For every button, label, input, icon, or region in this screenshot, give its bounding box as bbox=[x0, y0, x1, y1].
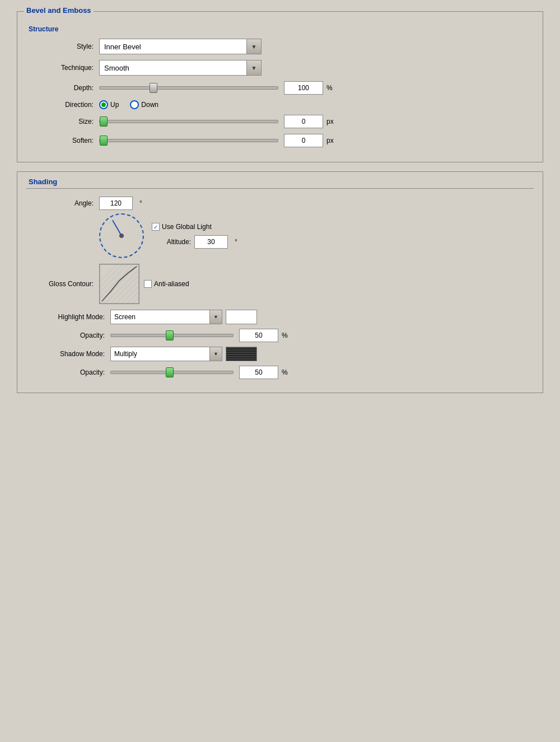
soften-label: Soften: bbox=[26, 137, 94, 144]
technique-dropdown[interactable]: Smooth bbox=[99, 60, 262, 76]
style-dropdown-value: Inner Bevel bbox=[100, 43, 246, 51]
anti-aliased-label: Anti-aliased bbox=[154, 280, 189, 288]
style-row: Style: Inner Bevel bbox=[26, 39, 534, 54]
angle-dial[interactable] bbox=[99, 213, 144, 258]
altitude-row: Altitude: 30 ° bbox=[152, 235, 237, 249]
highlight-mode-dropdown[interactable]: Screen bbox=[110, 310, 222, 324]
shadow-mode-label: Shadow Mode: bbox=[26, 350, 105, 358]
bevel-emboss-section: Bevel and Emboss Structure Style: Inner … bbox=[17, 11, 543, 162]
highlight-opacity-unit: % bbox=[282, 332, 288, 339]
structure-title: Structure bbox=[29, 25, 534, 33]
shadow-mode-dropdown[interactable]: Multiply bbox=[110, 347, 222, 361]
soften-unit: px bbox=[326, 137, 334, 144]
size-unit: px bbox=[326, 118, 334, 125]
direction-up-label: Up bbox=[110, 101, 119, 109]
soften-value-input[interactable]: 0 bbox=[284, 134, 323, 147]
depth-row: Depth: 100 % bbox=[26, 81, 534, 95]
angle-row: Angle: 120 ° bbox=[26, 197, 237, 210]
technique-row: Technique: Smooth bbox=[26, 60, 534, 76]
direction-down-label: Down bbox=[141, 101, 158, 109]
technique-dropdown-btn[interactable] bbox=[246, 60, 261, 75]
depth-label: Depth: bbox=[26, 84, 94, 92]
direction-up-radio-outer bbox=[99, 100, 108, 109]
highlight-mode-label: Highlight Mode: bbox=[26, 313, 105, 321]
direction-radio-group: Up Down bbox=[99, 100, 158, 109]
highlight-opacity-thumb[interactable] bbox=[166, 330, 174, 340]
depth-slider-container: 100 % bbox=[99, 81, 534, 95]
size-label: Size: bbox=[26, 118, 94, 125]
contour-svg bbox=[100, 264, 139, 304]
style-label: Style: bbox=[26, 43, 94, 50]
highlight-opacity-input[interactable]: 50 bbox=[239, 329, 278, 342]
altitude-label: Altitude: bbox=[152, 238, 191, 246]
style-dropdown-btn[interactable] bbox=[246, 39, 261, 54]
size-slider-thumb[interactable] bbox=[100, 116, 108, 127]
shadow-opacity-row: Opacity: 50 % bbox=[26, 366, 534, 379]
soften-slider-track[interactable] bbox=[99, 139, 278, 142]
depth-slider-thumb[interactable] bbox=[150, 83, 157, 93]
use-global-light-checkbox[interactable] bbox=[152, 223, 160, 231]
highlight-mode-row: Highlight Mode: Screen bbox=[26, 310, 534, 324]
shadow-mode-dropdown-btn[interactable] bbox=[209, 347, 222, 361]
angle-value-input[interactable]: 120 bbox=[99, 197, 133, 210]
technique-dropdown-value: Smooth bbox=[100, 64, 246, 72]
soften-row: Soften: 0 px bbox=[26, 134, 534, 147]
shadow-opacity-label: Opacity: bbox=[26, 368, 105, 376]
shadow-color-swatch[interactable] bbox=[226, 347, 257, 361]
anti-aliased-row[interactable]: Anti-aliased bbox=[144, 280, 189, 288]
highlight-mode-dropdown-btn[interactable] bbox=[209, 310, 222, 324]
direction-up-radio[interactable]: Up bbox=[99, 100, 119, 109]
altitude-unit: ° bbox=[235, 238, 237, 246]
dial-line bbox=[112, 220, 122, 236]
gloss-contour-thumb[interactable] bbox=[99, 264, 139, 304]
use-global-light-row[interactable]: Use Global Light bbox=[152, 223, 237, 231]
section-title: Bevel and Emboss bbox=[24, 6, 94, 15]
shadow-opacity-slider[interactable] bbox=[110, 371, 234, 374]
highlight-opacity-row: Opacity: 50 % bbox=[26, 329, 534, 342]
depth-slider-track[interactable] bbox=[99, 86, 278, 90]
highlight-color-swatch[interactable] bbox=[226, 310, 257, 324]
shading-section: Shading Angle: 120 ° bbox=[17, 171, 543, 393]
size-row: Size: 0 px bbox=[26, 115, 534, 128]
shadow-mode-row: Shadow Mode: Multiply bbox=[26, 347, 534, 361]
shadow-opacity-thumb[interactable] bbox=[166, 367, 174, 377]
soften-slider-thumb[interactable] bbox=[100, 136, 108, 146]
technique-label: Technique: bbox=[26, 64, 94, 72]
direction-down-radio-outer bbox=[130, 100, 139, 109]
size-value-input[interactable]: 0 bbox=[284, 115, 323, 128]
direction-row: Direction: Up Down bbox=[26, 100, 534, 109]
anti-aliased-checkbox[interactable] bbox=[144, 280, 152, 288]
depth-unit: % bbox=[326, 84, 333, 92]
direction-label: Direction: bbox=[26, 101, 94, 109]
highlight-opacity-slider[interactable] bbox=[110, 334, 234, 337]
shading-title: Shading bbox=[26, 178, 59, 186]
shadow-opacity-input[interactable]: 50 bbox=[239, 366, 278, 379]
main-panel: Bevel and Emboss Structure Style: Inner … bbox=[17, 11, 543, 393]
size-slider-container: 0 px bbox=[99, 115, 534, 128]
altitude-value-input[interactable]: 30 bbox=[194, 235, 228, 249]
gloss-contour-label: Gloss Contour: bbox=[26, 280, 94, 288]
size-slider-track[interactable] bbox=[99, 120, 278, 123]
use-global-light-label: Use Global Light bbox=[162, 223, 212, 231]
direction-up-radio-inner bbox=[101, 102, 106, 107]
angle-unit: ° bbox=[139, 199, 142, 207]
depth-value-input[interactable]: 100 bbox=[284, 81, 323, 95]
gloss-contour-row: Gloss Contour: bbox=[26, 264, 534, 304]
shadow-opacity-unit: % bbox=[282, 368, 288, 376]
highlight-opacity-label: Opacity: bbox=[26, 332, 105, 339]
style-dropdown[interactable]: Inner Bevel bbox=[99, 39, 262, 54]
angle-label: Angle: bbox=[26, 199, 94, 207]
highlight-mode-value: Screen bbox=[111, 313, 209, 321]
soften-slider-container: 0 px bbox=[99, 134, 534, 147]
direction-down-radio[interactable]: Down bbox=[130, 100, 158, 109]
shadow-mode-value: Multiply bbox=[111, 350, 209, 358]
